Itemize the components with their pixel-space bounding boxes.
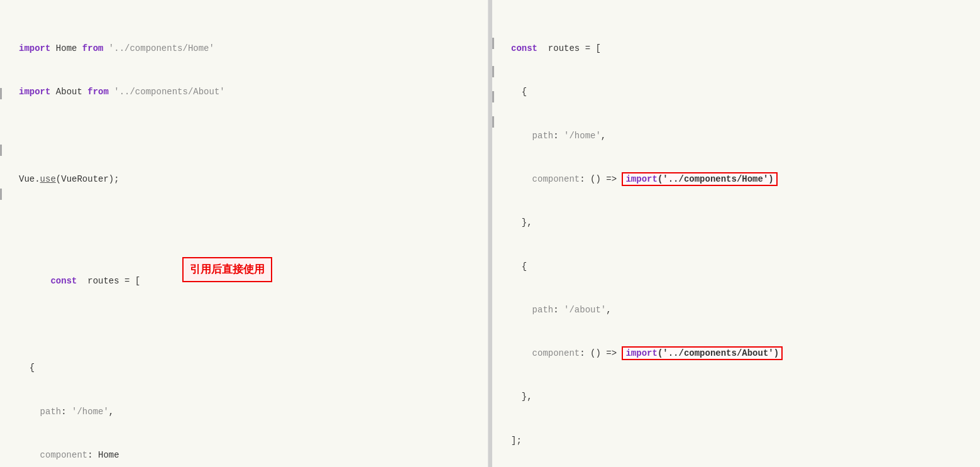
r-code-line-comp-about: component: () => import('../components/A…	[511, 346, 967, 361]
r-code-line-close2: },	[511, 390, 967, 404]
code-line-open-brace: {	[19, 361, 475, 375]
line-indicator-3	[0, 189, 2, 200]
r-code-line-const: const routes = [	[511, 41, 967, 56]
r-code-line-comp-home: component: () => import('../components/H…	[511, 172, 967, 187]
line-indicator-1	[0, 88, 2, 99]
right-code-block: const routes = [ { path: '/home', compon…	[511, 13, 967, 467]
code-line-1: import Home from '../components/Home'	[19, 41, 475, 56]
code-line-path-home: path: '/home',	[19, 405, 475, 419]
r-code-line-path-home: path: '/home',	[511, 129, 967, 143]
r-line-indicator-1	[492, 38, 494, 49]
r-code-line-end: ];	[511, 434, 967, 448]
r-line-indicator-2	[492, 66, 494, 77]
left-code-block: import Home from '../components/Home' im…	[19, 13, 475, 467]
code-line-const: const routes = [ 引用后直接使用	[19, 260, 475, 332]
right-panel: const routes = [ { path: '/home', compon…	[492, 0, 980, 467]
line-indicator-2	[0, 145, 2, 156]
r-code-line-path-about: path: '/about',	[511, 303, 967, 317]
r-line-indicator-4	[492, 116, 494, 128]
r-line-indicator-3	[492, 91, 494, 102]
code-line-2: import About from '../components/About'	[19, 85, 475, 99]
code-line-4: Vue.use(VueRouter);	[19, 172, 475, 187]
r-code-line-open2: {	[511, 260, 967, 274]
r-code-line-open1: {	[511, 85, 967, 99]
code-line-comp-home: component: Home	[19, 448, 475, 463]
left-panel: import Home from '../components/Home' im…	[0, 0, 488, 467]
annotation-label: 引用后直接使用	[182, 257, 272, 282]
r-code-line-close1: },	[511, 216, 967, 230]
